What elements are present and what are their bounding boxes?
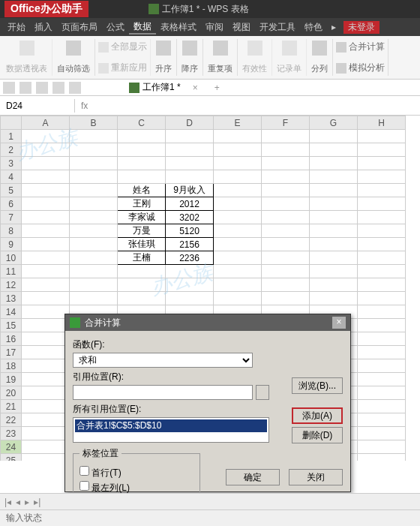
cell[interactable]: [310, 211, 358, 224]
cell[interactable]: [262, 278, 310, 292]
cell[interactable]: [166, 143, 214, 157]
cell[interactable]: [22, 373, 70, 386]
row-header[interactable]: 24: [1, 440, 22, 454]
row-header[interactable]: 7: [1, 211, 22, 224]
cell[interactable]: [22, 224, 70, 238]
cell[interactable]: [22, 238, 70, 251]
cell[interactable]: [22, 265, 70, 278]
cell[interactable]: [70, 157, 118, 170]
cell[interactable]: [262, 211, 310, 224]
menu-table-style[interactable]: 表格样式: [156, 21, 201, 34]
cell[interactable]: 李家诚: [118, 211, 166, 224]
cell[interactable]: [358, 224, 406, 238]
cell[interactable]: [214, 157, 262, 170]
reference-input[interactable]: [73, 385, 253, 400]
dialog-title-bar[interactable]: 合并计算 ×: [65, 314, 350, 331]
row-header[interactable]: 3: [1, 157, 22, 170]
row-header[interactable]: 6: [1, 197, 22, 211]
ribbon-form[interactable]: 记录单: [272, 39, 307, 76]
ribbon-duplicates[interactable]: 重复项: [203, 39, 238, 76]
sheet-nav-next-icon[interactable]: ▸: [25, 497, 29, 507]
qat-redo-icon[interactable]: [69, 82, 81, 94]
cell[interactable]: [214, 238, 262, 251]
cell[interactable]: [70, 184, 118, 197]
cell[interactable]: [358, 319, 406, 332]
row-header[interactable]: 21: [1, 400, 22, 413]
cell[interactable]: [214, 130, 262, 143]
cell[interactable]: [70, 170, 118, 184]
cell[interactable]: [22, 170, 70, 184]
cell[interactable]: [22, 251, 70, 265]
cell[interactable]: [310, 170, 358, 184]
cell[interactable]: [214, 251, 262, 265]
cell[interactable]: [310, 143, 358, 157]
row-header[interactable]: 20: [1, 386, 22, 400]
menu-layout[interactable]: 页面布局: [57, 21, 102, 34]
row-header[interactable]: 25: [1, 454, 22, 461]
cell[interactable]: [358, 400, 406, 413]
row-header[interactable]: 2: [1, 143, 22, 157]
menu-overflow-icon[interactable]: ▸: [327, 22, 340, 32]
row-header[interactable]: 18: [1, 359, 22, 373]
cell[interactable]: [22, 454, 70, 461]
cell[interactable]: [214, 292, 262, 305]
column-header[interactable]: H: [358, 116, 406, 130]
row-header[interactable]: 16: [1, 332, 22, 346]
workbook-tab[interactable]: 工作簿1 * ×: [123, 80, 204, 95]
cell[interactable]: [358, 346, 406, 359]
cell[interactable]: [214, 184, 262, 197]
ribbon-reapply[interactable]: 重新应用: [98, 62, 147, 74]
cell[interactable]: [310, 197, 358, 211]
cell[interactable]: [358, 238, 406, 251]
column-header[interactable]: F: [262, 116, 310, 130]
cell[interactable]: [22, 130, 70, 143]
row-header[interactable]: 1: [1, 130, 22, 143]
cell[interactable]: [358, 427, 406, 440]
cell[interactable]: [118, 130, 166, 143]
fx-icon[interactable]: fx: [75, 99, 94, 113]
cell[interactable]: 2156: [166, 238, 214, 251]
cell[interactable]: [358, 454, 406, 461]
cell[interactable]: [166, 278, 214, 292]
cell[interactable]: [214, 143, 262, 157]
cell[interactable]: [166, 265, 214, 278]
cell[interactable]: [118, 143, 166, 157]
cell[interactable]: [310, 265, 358, 278]
cell[interactable]: [118, 265, 166, 278]
cell[interactable]: [214, 224, 262, 238]
delete-button[interactable]: 删除(D): [292, 427, 343, 443]
cell[interactable]: [262, 224, 310, 238]
row-header[interactable]: 8: [1, 224, 22, 238]
cell[interactable]: 王刚: [118, 197, 166, 211]
cell[interactable]: [214, 170, 262, 184]
cell[interactable]: [22, 157, 70, 170]
cell[interactable]: [70, 265, 118, 278]
cell[interactable]: [22, 386, 70, 400]
cell[interactable]: [358, 386, 406, 400]
cell[interactable]: [70, 197, 118, 211]
cell[interactable]: [118, 292, 166, 305]
sheet-nav-last-icon[interactable]: ▸|: [34, 497, 40, 507]
cell[interactable]: [118, 170, 166, 184]
cell[interactable]: [358, 373, 406, 386]
cell[interactable]: [358, 197, 406, 211]
ribbon-pivot[interactable]: 数据透视表: [2, 39, 52, 76]
column-header[interactable]: A: [22, 116, 70, 130]
cell[interactable]: [22, 143, 70, 157]
menu-data[interactable]: 数据: [129, 20, 156, 35]
cell[interactable]: [262, 157, 310, 170]
cell[interactable]: [214, 265, 262, 278]
add-button[interactable]: 添加(A): [292, 407, 343, 424]
cell[interactable]: [70, 224, 118, 238]
ribbon-whatif[interactable]: 模拟分析: [336, 62, 385, 74]
menu-start[interactable]: 开始: [3, 21, 30, 34]
cell[interactable]: [310, 251, 358, 265]
cell[interactable]: [358, 130, 406, 143]
cell[interactable]: 王楠: [118, 251, 166, 265]
cell[interactable]: [22, 359, 70, 373]
dialog-close-icon[interactable]: ×: [332, 317, 346, 329]
cell[interactable]: [310, 224, 358, 238]
row-header[interactable]: 5: [1, 184, 22, 197]
cell[interactable]: [22, 400, 70, 413]
close-tab-icon[interactable]: ×: [193, 83, 198, 93]
